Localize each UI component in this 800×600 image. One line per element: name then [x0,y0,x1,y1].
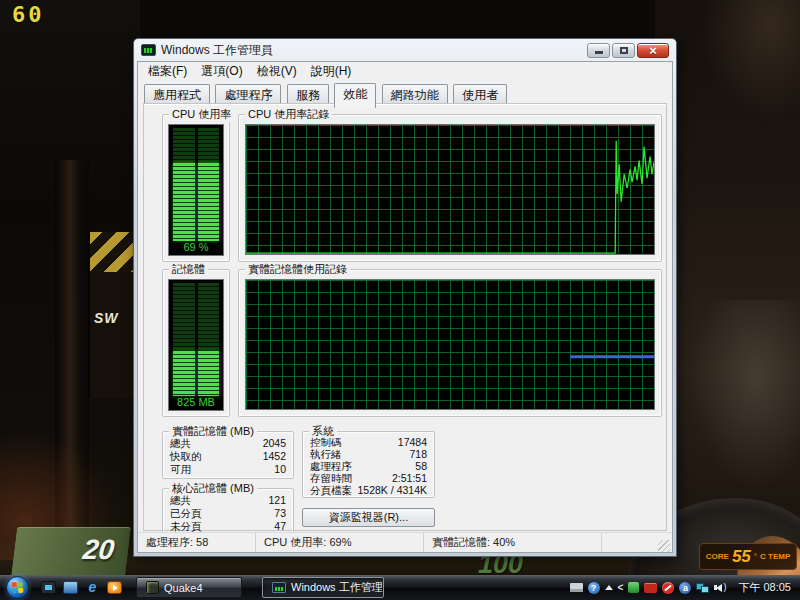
memory-history-caption: 實體記憶體使用記錄 [245,262,350,277]
cpu-usage-value: 69 % [169,241,223,255]
window-title: Windows 工作管理員 [161,42,582,59]
help-icon[interactable]: ? [588,582,600,594]
physical-memory-group: 實體記憶體 (MB) 總共2045 快取的1452 可用10 [162,431,294,479]
minimize-icon [595,51,603,54]
status-cpu-usage: CPU 使用率: 69% [256,533,424,552]
memory-meter-column [198,283,220,396]
status-physical-memory: 實體記憶體: 40% [424,533,602,552]
cpu-history-line [246,125,654,254]
resize-grip[interactable] [658,540,670,552]
catalyst-icon[interactable] [662,582,674,594]
memory-meter: 825 MB [168,279,224,411]
window-switcher-icon[interactable] [41,581,56,594]
memory-history-group: 實體記憶體使用記錄 [238,269,662,417]
core-temp-value: 55 [732,548,751,565]
cpu-usage-caption: CPU 使用率 [169,107,234,122]
memory-usage-value: 825 MB [169,396,223,410]
stat-row: 存留時間2:51:51 [310,472,427,484]
volume-icon[interactable]: ) [714,583,726,592]
kernel-memory-group: 核心記憶體 (MB) 總共121 已分頁73 未分頁47 [162,488,294,536]
game-wall-highlight [690,300,800,490]
minimize-button[interactable] [587,43,610,58]
taskbar-task-quake4[interactable]: Quake4 [136,577,242,598]
game-hazard-sign: SW [88,232,135,398]
memory-history-line [246,280,654,409]
status-bar: 處理程序: 58 CPU 使用率: 69% 實體記憶體: 40% [138,532,672,552]
memory-history-graph [245,279,655,410]
network-icon[interactable] [696,583,709,593]
status-processes: 處理程序: 58 [138,533,256,552]
degree-symbol: ° [754,552,757,561]
memory-caption: 記憶體 [169,262,208,277]
title-bar[interactable]: Windows 工作管理員 × [137,39,673,61]
maximize-button[interactable] [612,43,635,58]
stat-row: 總共121 [170,494,286,506]
app-a-icon[interactable]: a [679,582,691,594]
sign-text: SW [94,310,119,326]
status-filler [602,533,658,552]
hazard-stripes [90,232,135,272]
core-label: CORE [706,552,729,561]
internet-explorer-icon[interactable]: e [85,581,100,594]
quick-launch-bar: e [41,581,122,594]
maximize-icon [620,47,628,54]
tab-performance[interactable]: 效能 [334,83,376,108]
taskbar-task-task-manager[interactable]: Windows 工作管理員 [262,577,384,598]
language-bar-icon[interactable] [570,583,583,592]
stat-row: 總共2045 [170,437,286,449]
cpu-meter-column [173,128,195,241]
resource-monitor-button[interactable]: 資源監視器(R)... [302,508,435,527]
cpu-history-caption: CPU 使用率記錄 [245,107,332,122]
stat-row: 處理程序58 [310,460,427,472]
cpu-usage-meter: 69 % [168,124,224,256]
task-label: Windows 工作管理員 [291,580,384,595]
quake4-icon [146,581,159,594]
menu-options[interactable]: 選項(O) [194,62,249,81]
stat-row: 分頁檔案1528K / 4314K [310,484,427,496]
windows-logo-icon [12,582,24,594]
menu-help[interactable]: 說明(H) [304,62,359,81]
start-button[interactable] [6,576,29,599]
stat-row: 可用10 [170,463,286,475]
cpu-usage-group: CPU 使用率 69 % [162,114,230,262]
stat-row: 未分頁47 [170,520,286,532]
memory-meter-column [173,283,195,396]
close-button[interactable]: × [637,43,669,58]
show-desktop-icon[interactable] [63,581,78,594]
system-tray: ? < a ) 下午 08:05 [570,580,800,595]
menu-file[interactable]: 檔案(F) [141,62,194,81]
cpu-meter-bars [169,125,223,241]
window-body: 檔案(F) 選項(O) 檢視(V) 說明(H) 應用程式 處理程序 服務 效能 … [137,61,673,553]
cpu-history-graph [245,124,655,255]
ammo-clip-count: 20 [81,534,116,566]
task-manager-icon [141,44,156,56]
task-manager-window: Windows 工作管理員 × 檔案(F) 選項(O) 檢視(V) 說明(H) … [133,38,677,557]
performance-page: CPU 使用率 69 % CPU 使用率記錄 [143,103,667,531]
memory-meter-bars [169,280,223,396]
screen: SW 60 20 100 CORE 55 ° C TEMP Windows 工作… [0,0,800,600]
taskbar: e Quake4 Windows 工作管理員 ? < a ) 下午 08: [0,575,800,600]
stat-row: 控制碼17484 [310,436,427,448]
stat-row: 快取的1452 [170,450,286,462]
chevron-left-icon[interactable]: < [618,583,624,593]
tab-strip: 應用程式 處理程序 服務 效能 網路功能 使用者 [144,83,666,103]
show-hidden-icons-arrow-icon[interactable] [605,585,613,590]
cpu-meter-column [198,128,220,241]
fps-counter: 60 [12,2,45,27]
stat-row: 執行緒718 [310,448,427,460]
task-label: Quake4 [164,582,203,594]
ammo-hud-panel: 20 [11,527,131,577]
cpu-history-group: CPU 使用率記錄 [238,114,662,262]
stat-row: 已分頁73 [170,507,286,519]
menu-view[interactable]: 檢視(V) [250,62,304,81]
window-controls: × [587,43,669,58]
ati-tray-icon[interactable] [644,583,657,593]
task-manager-taskbar-icon [272,582,286,593]
game-wall-highlight-top [700,0,800,120]
menu-bar: 檔案(F) 選項(O) 檢視(V) 說明(H) [138,62,672,81]
media-player-icon[interactable] [107,581,122,594]
taskbar-clock[interactable]: 下午 08:05 [738,580,791,595]
temp-unit-label: C TEMP [760,552,790,561]
memory-meter-group: 記憶體 825 MB [162,269,230,417]
messenger-icon[interactable] [628,582,639,593]
